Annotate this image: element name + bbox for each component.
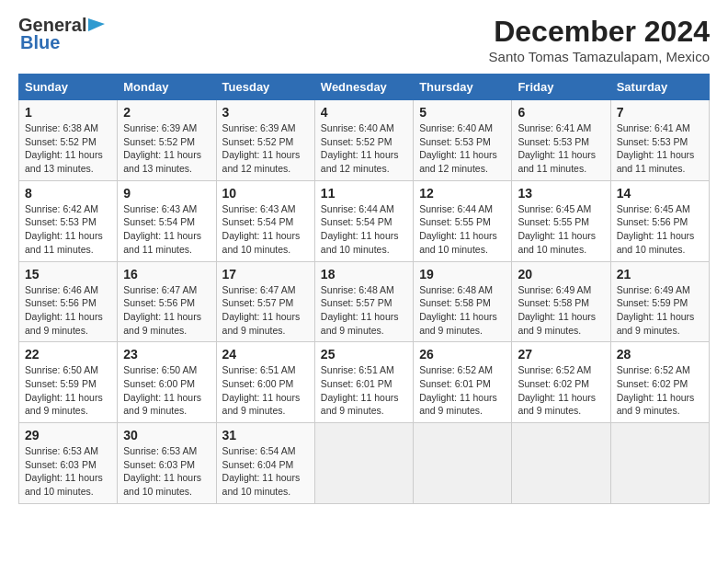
calendar-cell: 21Sunrise: 6:49 AMSunset: 5:59 PMDayligh… — [610, 261, 709, 342]
calendar-cell: 20Sunrise: 6:49 AMSunset: 5:58 PMDayligh… — [512, 261, 610, 342]
day-info: Sunrise: 6:52 AMSunset: 6:02 PMDaylight:… — [518, 364, 596, 416]
calendar-cell: 30Sunrise: 6:53 AMSunset: 6:03 PMDayligh… — [118, 423, 216, 504]
day-info: Sunrise: 6:43 AMSunset: 5:54 PMDaylight:… — [222, 203, 301, 255]
calendar-cell: 25Sunrise: 6:51 AMSunset: 6:01 PMDayligh… — [314, 342, 413, 423]
calendar-cell: 31Sunrise: 6:54 AMSunset: 6:04 PMDayligh… — [216, 423, 314, 504]
day-number: 26 — [419, 347, 506, 362]
day-info: Sunrise: 6:53 AMSunset: 6:03 PMDaylight:… — [25, 445, 103, 497]
week-row-1: 1Sunrise: 6:38 AMSunset: 5:52 PMDaylight… — [19, 100, 710, 181]
calendar-cell: 9Sunrise: 6:43 AMSunset: 5:54 PMDaylight… — [118, 180, 216, 261]
day-number: 5 — [419, 105, 506, 120]
day-number: 17 — [222, 267, 309, 282]
calendar-cell — [314, 423, 413, 504]
day-info: Sunrise: 6:49 AMSunset: 5:59 PMDaylight:… — [617, 284, 695, 336]
day-number: 22 — [25, 347, 111, 362]
calendar-cell: 24Sunrise: 6:51 AMSunset: 6:00 PMDayligh… — [216, 342, 314, 423]
day-number: 16 — [123, 267, 210, 282]
day-number: 21 — [617, 267, 703, 282]
day-info: Sunrise: 6:48 AMSunset: 5:58 PMDaylight:… — [419, 284, 497, 336]
day-info: Sunrise: 6:41 AMSunset: 5:53 PMDaylight:… — [518, 122, 596, 174]
svg-marker-0 — [88, 18, 105, 31]
day-info: Sunrise: 6:47 AMSunset: 5:56 PMDaylight:… — [123, 284, 201, 336]
calendar-cell — [414, 423, 512, 504]
day-number: 25 — [321, 347, 407, 362]
day-info: Sunrise: 6:51 AMSunset: 6:01 PMDaylight:… — [321, 364, 399, 416]
day-number: 12 — [419, 186, 506, 201]
day-info: Sunrise: 6:40 AMSunset: 5:52 PMDaylight:… — [321, 122, 399, 174]
day-number: 15 — [25, 267, 111, 282]
title-block: December 2024 Santo Tomas Tamazulapam, M… — [489, 15, 710, 64]
day-number: 23 — [123, 347, 210, 362]
col-header-thursday: Thursday — [414, 75, 512, 100]
week-row-3: 15Sunrise: 6:46 AMSunset: 5:56 PMDayligh… — [19, 261, 710, 342]
calendar-cell: 23Sunrise: 6:50 AMSunset: 6:00 PMDayligh… — [118, 342, 216, 423]
logo-blue: Blue — [20, 32, 60, 53]
day-number: 3 — [222, 105, 309, 120]
calendar-cell: 19Sunrise: 6:48 AMSunset: 5:58 PMDayligh… — [414, 261, 512, 342]
day-info: Sunrise: 6:50 AMSunset: 6:00 PMDaylight:… — [123, 364, 201, 416]
calendar-cell: 10Sunrise: 6:43 AMSunset: 5:54 PMDayligh… — [216, 180, 314, 261]
day-info: Sunrise: 6:47 AMSunset: 5:57 PMDaylight:… — [222, 284, 301, 336]
day-number: 18 — [321, 267, 407, 282]
day-number: 6 — [518, 105, 604, 120]
day-number: 14 — [617, 186, 703, 201]
day-info: Sunrise: 6:44 AMSunset: 5:55 PMDaylight:… — [419, 203, 497, 255]
day-info: Sunrise: 6:39 AMSunset: 5:52 PMDaylight:… — [123, 122, 201, 174]
day-number: 9 — [123, 186, 210, 201]
week-row-2: 8Sunrise: 6:42 AMSunset: 5:53 PMDaylight… — [19, 180, 710, 261]
day-info: Sunrise: 6:45 AMSunset: 5:56 PMDaylight:… — [617, 203, 695, 255]
day-info: Sunrise: 6:39 AMSunset: 5:52 PMDaylight:… — [222, 122, 301, 174]
week-row-4: 22Sunrise: 6:50 AMSunset: 5:59 PMDayligh… — [19, 342, 710, 423]
day-info: Sunrise: 6:53 AMSunset: 6:03 PMDaylight:… — [123, 445, 201, 497]
day-info: Sunrise: 6:43 AMSunset: 5:54 PMDaylight:… — [123, 203, 201, 255]
logo: General Blue — [18, 15, 108, 53]
col-header-saturday: Saturday — [610, 75, 709, 100]
calendar-cell — [512, 423, 610, 504]
day-info: Sunrise: 6:45 AMSunset: 5:55 PMDaylight:… — [518, 203, 596, 255]
col-header-monday: Monday — [118, 75, 216, 100]
day-number: 2 — [123, 105, 210, 120]
day-number: 24 — [222, 347, 309, 362]
day-info: Sunrise: 6:41 AMSunset: 5:53 PMDaylight:… — [617, 122, 695, 174]
day-number: 20 — [518, 267, 604, 282]
calendar-cell: 28Sunrise: 6:52 AMSunset: 6:02 PMDayligh… — [610, 342, 709, 423]
day-info: Sunrise: 6:44 AMSunset: 5:54 PMDaylight:… — [321, 203, 399, 255]
calendar-cell: 16Sunrise: 6:47 AMSunset: 5:56 PMDayligh… — [118, 261, 216, 342]
calendar-cell: 2Sunrise: 6:39 AMSunset: 5:52 PMDaylight… — [118, 100, 216, 181]
calendar-cell: 18Sunrise: 6:48 AMSunset: 5:57 PMDayligh… — [314, 261, 413, 342]
calendar-cell: 17Sunrise: 6:47 AMSunset: 5:57 PMDayligh… — [216, 261, 314, 342]
day-number: 4 — [321, 105, 407, 120]
col-header-tuesday: Tuesday — [216, 75, 314, 100]
day-info: Sunrise: 6:40 AMSunset: 5:53 PMDaylight:… — [419, 122, 497, 174]
day-info: Sunrise: 6:46 AMSunset: 5:56 PMDaylight:… — [25, 284, 103, 336]
calendar-cell: 12Sunrise: 6:44 AMSunset: 5:55 PMDayligh… — [414, 180, 512, 261]
calendar-cell: 13Sunrise: 6:45 AMSunset: 5:55 PMDayligh… — [512, 180, 610, 261]
day-number: 1 — [25, 105, 111, 120]
page-subtitle: Santo Tomas Tamazulapam, Mexico — [489, 49, 710, 64]
day-number: 31 — [222, 428, 309, 442]
col-header-sunday: Sunday — [19, 75, 118, 100]
calendar-cell: 27Sunrise: 6:52 AMSunset: 6:02 PMDayligh… — [512, 342, 610, 423]
day-number: 29 — [25, 428, 111, 442]
header-row: SundayMondayTuesdayWednesdayThursdayFrid… — [19, 75, 710, 100]
day-number: 7 — [617, 105, 703, 120]
calendar-cell: 1Sunrise: 6:38 AMSunset: 5:52 PMDaylight… — [19, 100, 118, 181]
page-title: December 2024 — [489, 15, 710, 49]
day-number: 11 — [321, 186, 407, 201]
day-info: Sunrise: 6:51 AMSunset: 6:00 PMDaylight:… — [222, 364, 301, 416]
calendar-cell: 8Sunrise: 6:42 AMSunset: 5:53 PMDaylight… — [19, 180, 118, 261]
day-info: Sunrise: 6:52 AMSunset: 6:02 PMDaylight:… — [617, 364, 695, 416]
calendar-cell: 14Sunrise: 6:45 AMSunset: 5:56 PMDayligh… — [610, 180, 709, 261]
day-info: Sunrise: 6:54 AMSunset: 6:04 PMDaylight:… — [222, 445, 301, 497]
day-info: Sunrise: 6:49 AMSunset: 5:58 PMDaylight:… — [518, 284, 596, 336]
day-number: 30 — [123, 428, 210, 442]
calendar-cell: 6Sunrise: 6:41 AMSunset: 5:53 PMDaylight… — [512, 100, 610, 181]
day-number: 27 — [518, 347, 604, 362]
calendar-cell: 7Sunrise: 6:41 AMSunset: 5:53 PMDaylight… — [610, 100, 709, 181]
calendar-cell: 29Sunrise: 6:53 AMSunset: 6:03 PMDayligh… — [19, 423, 118, 504]
day-info: Sunrise: 6:42 AMSunset: 5:53 PMDaylight:… — [25, 203, 103, 255]
day-info: Sunrise: 6:38 AMSunset: 5:52 PMDaylight:… — [25, 122, 103, 174]
day-info: Sunrise: 6:52 AMSunset: 6:01 PMDaylight:… — [419, 364, 497, 416]
calendar-cell: 5Sunrise: 6:40 AMSunset: 5:53 PMDaylight… — [414, 100, 512, 181]
col-header-friday: Friday — [512, 75, 610, 100]
